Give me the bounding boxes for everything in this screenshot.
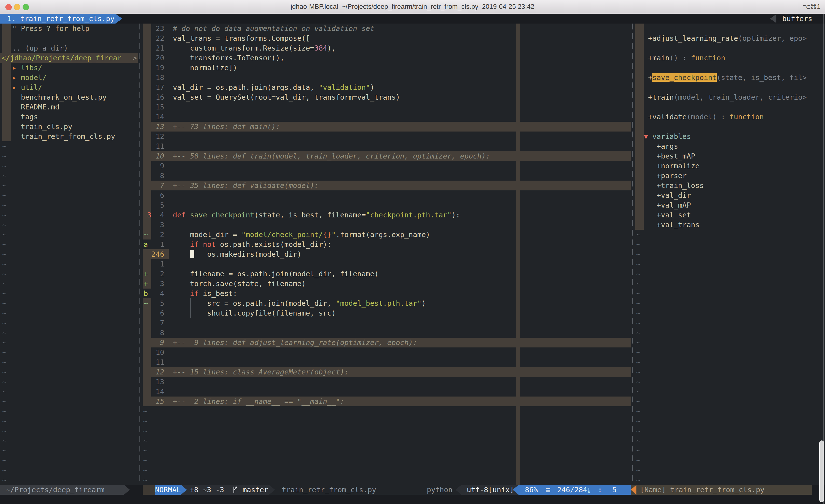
- tag-item[interactable]: +train_loss: [635, 181, 825, 190]
- fold-line[interactable]: 12+-- 15 lines: class AverageMeter(objec…: [143, 367, 631, 377]
- tag-item[interactable]: +validate(model) : function: [635, 112, 825, 122]
- code-line[interactable]: 11: [143, 141, 631, 151]
- line-number: 3: [151, 279, 164, 288]
- tag-item[interactable]: +main() : function: [635, 53, 825, 63]
- code-line[interactable]: 13: [143, 377, 631, 387]
- fold-line[interactable]: 7+-- 35 lines: def validate(model):: [143, 181, 631, 190]
- code-line[interactable]: 7: [143, 318, 631, 328]
- empty-line: ~: [635, 259, 825, 269]
- line-number: 22: [151, 33, 164, 43]
- tag-item[interactable]: +val_trans: [635, 220, 825, 230]
- tree-up-dir[interactable]: .. (up a dir): [0, 43, 138, 53]
- code-line[interactable]: 5: [143, 200, 631, 210]
- cursor-position: 246/284: [557, 486, 587, 494]
- line-number: 5: [151, 299, 164, 308]
- code-line[interactable]: 14: [143, 387, 631, 397]
- line-number: 9: [151, 161, 164, 171]
- tag-item[interactable]: +best_mAP: [635, 151, 825, 161]
- code-line[interactable]: a1 if not os.path.exists(model_dir):: [143, 240, 631, 249]
- empty-line: ~: [0, 308, 138, 318]
- code-line[interactable]: ~5 src = os.path.join(model_dir, "model_…: [143, 299, 631, 308]
- tree-file-item[interactable]: tags: [0, 112, 138, 122]
- code-line[interactable]: ~2 model_dir = "model/check_point/{}".fo…: [143, 230, 631, 240]
- zoom-icon[interactable]: [22, 4, 29, 10]
- window-title: jdhao-MBP.local ~/Projects/deep_firearm/…: [0, 0, 825, 13]
- code-line[interactable]: b4 if is_best:: [143, 288, 631, 299]
- code-line[interactable]: 18: [143, 73, 631, 82]
- empty-line: ~: [635, 240, 825, 249]
- code-line[interactable]: 9: [143, 161, 631, 171]
- code-line[interactable]: 10: [143, 347, 631, 357]
- code-line[interactable]: 21 custom_transform.Resize(size=384),: [143, 43, 631, 53]
- code-line[interactable]: 14: [143, 112, 631, 122]
- tag-item[interactable]: +val_set: [635, 210, 825, 220]
- tag-item[interactable]: +train(model, train_loader, criterio>: [635, 92, 825, 102]
- empty-line: ~: [0, 230, 138, 240]
- code-line[interactable]: 17val_dir = os.path.join(args.data, "val…: [143, 82, 631, 92]
- code-line[interactable]: +3 torch.save(state, filename): [143, 279, 631, 288]
- scrollbar-thumb[interactable]: [819, 440, 824, 502]
- buffers-label[interactable]: buffers: [782, 14, 812, 23]
- code-line[interactable]: 20 transforms.ToTensor(),: [143, 53, 631, 63]
- tag-item[interactable]: +val_mAP: [635, 200, 825, 210]
- line-number: 14: [151, 387, 164, 397]
- code-line[interactable]: 23# do not do data augmentation on valid…: [143, 23, 631, 33]
- tag-item[interactable]: +parser: [635, 171, 825, 181]
- code-line[interactable]: 6 shutil.copyfile(filename, src): [143, 308, 631, 318]
- line-number: 8: [151, 171, 164, 181]
- code-line[interactable]: 1: [143, 259, 631, 269]
- tag-item[interactable]: +normalize: [635, 161, 825, 171]
- line-number: 20: [151, 53, 164, 63]
- line-number: 15: [151, 102, 164, 112]
- tag-item[interactable]: +adjust_learning_rate(optimizer, epo>: [635, 33, 825, 43]
- tree-file-item[interactable]: benchmark_on_test.py: [0, 92, 138, 102]
- close-icon[interactable]: [5, 4, 12, 10]
- code-line[interactable]: 19 normalize]): [143, 63, 631, 73]
- empty-line: ~: [143, 475, 631, 485]
- tree-dir-item[interactable]: ▸ libs/: [0, 63, 138, 73]
- tree-dir-item[interactable]: ▸ model/: [0, 73, 138, 82]
- code-line[interactable]: 15: [143, 102, 631, 112]
- code-line[interactable]: +2 filename = os.path.join(model_dir, fi…: [143, 269, 631, 279]
- empty-line: ~: [635, 445, 825, 455]
- tag-scope-variables[interactable]: ▼ variables: [635, 132, 825, 141]
- empty-line: ~: [0, 161, 138, 171]
- tag-item[interactable]: +args: [635, 141, 825, 151]
- tree-dir-item[interactable]: ▸ util/: [0, 82, 138, 92]
- tree-file-item[interactable]: README.md: [0, 102, 138, 112]
- empty-line: ~: [635, 347, 825, 357]
- window-separator[interactable]: [632, 23, 633, 485]
- line-number: 1: [151, 259, 164, 269]
- tree-root[interactable]: </jdhao/Projects/deep_firear>: [0, 53, 138, 63]
- code-line[interactable]: 246 os.makedirs(model_dir): [143, 249, 631, 259]
- code-line[interactable]: 11: [143, 357, 631, 367]
- tree-file-item[interactable]: train_cls.py: [0, 122, 138, 132]
- code-line[interactable]: 16val_set = QuerySet(root=val_dir, trans…: [143, 92, 631, 102]
- window-separator[interactable]: [140, 23, 140, 485]
- tag-item[interactable]: +val_dir: [635, 190, 825, 200]
- sign-add-icon: +: [143, 269, 152, 279]
- line-number: 1: [151, 240, 164, 249]
- fold-line[interactable]: 15+-- 2 lines: if __name__ == "__main__"…: [143, 397, 631, 406]
- code-line[interactable]: 6: [143, 190, 631, 200]
- fold-line[interactable]: 13+-- 73 lines: def main():: [143, 122, 631, 132]
- sign-mark-icon: a: [143, 240, 151, 249]
- editor-area: " Press ? for help.. (up a dir)</jdhao/P…: [0, 23, 825, 485]
- line-number: 19: [151, 63, 164, 73]
- fold-line[interactable]: 9+-- 9 lines: def adjust_learning_rate(o…: [143, 338, 631, 347]
- code-line[interactable]: 22val_trans = transforms.Compose([: [143, 33, 631, 43]
- tab-active[interactable]: 1. train_retr_from_cls.py: [0, 14, 116, 23]
- minimize-icon[interactable]: [14, 4, 20, 10]
- code-line[interactable]: _34def save_checkpoint(state, is_best, f…: [143, 210, 631, 220]
- tag-item[interactable]: +save_checkpoint(state, is_best, fil>: [635, 73, 825, 82]
- position-section: 86% 246/284LN : 5: [519, 485, 631, 495]
- empty-line: ~: [635, 455, 825, 465]
- code-line[interactable]: 12: [143, 132, 631, 141]
- code-line[interactable]: 8: [143, 171, 631, 181]
- code-line[interactable]: 8: [143, 328, 631, 338]
- tagbar-window: +adjust_learning_rate(optimizer, epo> +m…: [635, 23, 825, 485]
- airline: NORMAL +8 ~3 -3 master train_retr_from_c…: [143, 485, 631, 495]
- code-line[interactable]: 3: [143, 220, 631, 230]
- fold-line[interactable]: 10+-- 50 lines: def train(model, train_l…: [143, 151, 631, 161]
- tree-file-item[interactable]: train_retr_from_cls.py: [0, 132, 138, 141]
